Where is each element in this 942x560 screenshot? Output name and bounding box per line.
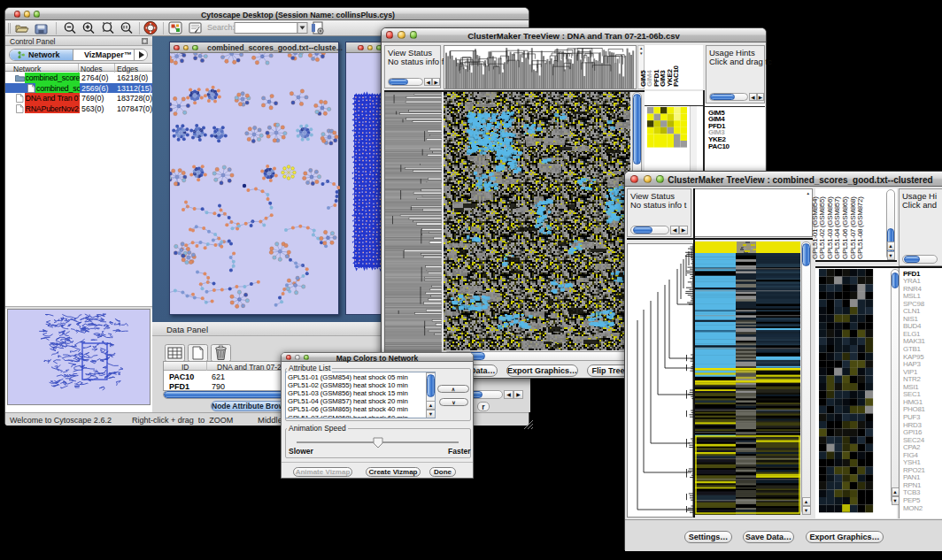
svg-text:Search:: Search: [207, 23, 235, 32]
